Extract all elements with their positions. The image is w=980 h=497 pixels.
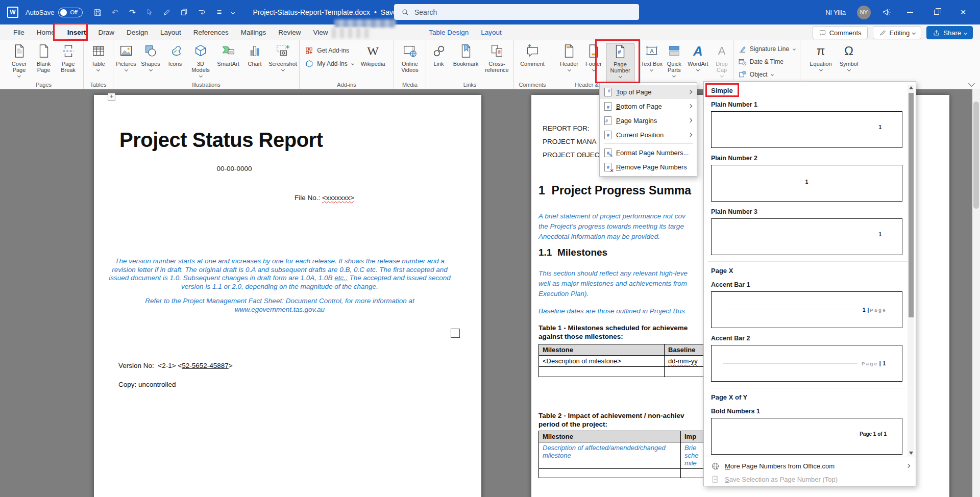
bookmark-button[interactable]: Bookmark xyxy=(451,43,481,67)
autosave-switch-icon: Off xyxy=(58,8,83,17)
share-button[interactable]: Share xyxy=(926,26,973,39)
bookmark-icon xyxy=(458,43,474,59)
object-button[interactable]: Object xyxy=(738,69,795,80)
blank-page-button[interactable]: Blank Page xyxy=(32,43,56,73)
get-add-ins-button[interactable]: Get Add-ins xyxy=(305,45,353,56)
autosave-toggle[interactable]: AutoSave Off xyxy=(26,8,83,17)
menu-item-page-margins[interactable]: # Page Margins xyxy=(600,113,697,128)
shapes-button[interactable]: Shapes xyxy=(138,43,163,71)
menu-item-format-page-numbers[interactable]: #✎ Format Page Numbers... xyxy=(600,145,697,160)
editing-mode-button[interactable]: Editing xyxy=(873,26,922,39)
tab-review[interactable]: Review xyxy=(272,24,307,40)
quick-parts-button[interactable]: Quick Parts xyxy=(663,43,685,77)
table-move-handle-icon[interactable]: + xyxy=(108,93,115,101)
menu-item-current-position[interactable]: # Current Position xyxy=(600,128,697,142)
gallery-scrollbar-thumb[interactable] xyxy=(909,93,914,317)
page-break-button[interactable]: Page Break xyxy=(56,43,81,73)
wikipedia-button[interactable]: WWikipedia xyxy=(358,43,388,67)
save-icon[interactable] xyxy=(93,8,102,17)
doc-checkbox[interactable] xyxy=(451,329,460,338)
autosave-label: AutoSave xyxy=(26,9,54,16)
comments-button[interactable]: Comments xyxy=(813,26,868,39)
search-input[interactable]: Search xyxy=(394,4,639,20)
save-selection-button[interactable]: Save Selection as Page Number (Top) xyxy=(711,473,902,486)
chart-button[interactable]: Chart xyxy=(242,43,267,67)
menu-item-remove-page-numbers[interactable]: #× Remove Page Numbers xyxy=(600,160,697,174)
word-app-icon[interactable]: W xyxy=(7,7,18,18)
page-break-icon xyxy=(60,43,77,59)
tab-mailings[interactable]: Mailings xyxy=(235,24,273,40)
wordart-button[interactable]: AWordArt xyxy=(685,43,710,71)
draw-pen-icon[interactable] xyxy=(162,8,172,17)
tab-draw[interactable]: Draw xyxy=(92,24,121,40)
gallery-scrollbar[interactable] xyxy=(908,85,914,456)
more-page-numbers-button[interactable]: More Page Numbers from Office.com xyxy=(711,459,902,473)
ribbon-group-header-footer: Header Footer Page Number Header & Foote… xyxy=(551,40,641,89)
drop-cap-button[interactable]: ADrop Cap xyxy=(710,43,733,77)
comment-button[interactable]: Comment xyxy=(517,43,548,67)
gallery-item-plain-number-3[interactable]: 1 xyxy=(711,218,902,255)
tab-insert[interactable]: Insert xyxy=(61,24,92,40)
tab-table-design[interactable]: Table Design xyxy=(423,24,475,40)
tab-table-layout[interactable]: Layout xyxy=(475,24,508,40)
collapse-ribbon-chevron-icon[interactable] xyxy=(968,80,975,87)
menu-item-bottom-of-page[interactable]: # Bottom of Page xyxy=(600,99,697,113)
icons-button[interactable]: Icons xyxy=(163,43,187,67)
gallery-item-accent-bar-1[interactable]: 1|Page xyxy=(711,291,902,328)
footer-button[interactable]: Footer xyxy=(581,43,606,71)
scrollbar-thumb[interactable] xyxy=(973,102,979,209)
document-page-1[interactable]: + Project Status Report 00-00-0000 File … xyxy=(94,95,481,497)
tab-file[interactable]: File xyxy=(7,24,31,40)
undo-icon[interactable]: ↶ xyxy=(110,8,119,17)
menu-lines-icon[interactable]: ≡ xyxy=(214,8,224,17)
equation-button[interactable]: πEquation xyxy=(806,43,836,71)
online-videos-button[interactable]: Online Videos xyxy=(396,43,424,73)
share-label: Share xyxy=(943,29,961,37)
document-scrollbar[interactable] xyxy=(972,89,980,497)
feedback-megaphone-icon[interactable] xyxy=(882,8,891,17)
tab-layout[interactable]: Layout xyxy=(154,24,187,40)
gallery-item-bold-numbers-1[interactable]: Page 1 of 1 xyxy=(711,418,902,455)
symbol-button[interactable]: ΩSymbol xyxy=(836,43,862,71)
scroll-down-arrow-icon[interactable] xyxy=(909,452,913,455)
link-button[interactable]: Link xyxy=(427,43,451,67)
screenshot-button[interactable]: Screenshot xyxy=(267,43,299,71)
gallery-item-accent-bar-2[interactable]: Page|1 xyxy=(711,345,902,382)
pointer-icon[interactable] xyxy=(145,8,154,17)
tab-home[interactable]: Home xyxy=(31,24,61,40)
text-box-button[interactable]: Text Box xyxy=(641,43,663,71)
wikipedia-icon: W xyxy=(365,43,381,59)
qat-chevron-down-icon[interactable] xyxy=(231,10,235,14)
cross-reference-button[interactable]: Cross-reference xyxy=(481,43,513,73)
gallery-item-plain-number-2[interactable]: 1 xyxy=(711,165,902,202)
doc-table1-caption: Table 1 - Milestones scheduled for achie… xyxy=(538,324,688,341)
minimize-button[interactable] xyxy=(902,5,918,20)
restore-button[interactable] xyxy=(929,5,944,20)
redacted-blur xyxy=(332,28,371,38)
gallery-item-plain-number-1[interactable]: 1 xyxy=(711,111,902,148)
3d-models-button[interactable]: 3D Models xyxy=(187,43,214,77)
header-button[interactable]: Header xyxy=(557,43,581,71)
tab-references[interactable]: References xyxy=(187,24,235,40)
text-wrap-icon[interactable] xyxy=(197,8,206,17)
user-name[interactable]: Ni Yilia xyxy=(825,9,846,16)
table-button[interactable]: Table xyxy=(86,43,111,71)
close-button[interactable]: × xyxy=(955,5,971,20)
smartart-button[interactable]: SmartArt xyxy=(214,43,242,67)
preview-page-number: Page 1 of 1 xyxy=(860,431,887,437)
tab-design[interactable]: Design xyxy=(120,24,154,40)
cover-page-button[interactable]: Cover Page xyxy=(7,43,32,77)
pictures-button[interactable]: Pictures xyxy=(114,43,138,71)
pictures-icon xyxy=(118,43,134,59)
signature-line-button[interactable]: Signature Line xyxy=(738,43,795,55)
copy-icon[interactable] xyxy=(180,8,189,17)
redo-icon[interactable]: ↷ xyxy=(128,8,137,17)
my-add-ins-button[interactable]: My Add-ins xyxy=(305,58,353,69)
menu-item-top-of-page[interactable]: # Top of Page xyxy=(600,85,697,99)
gallery-divider xyxy=(708,261,910,262)
tab-view[interactable]: View xyxy=(307,24,334,40)
date-time-button[interactable]: Date & Time xyxy=(738,56,795,67)
avatar[interactable]: NY xyxy=(857,6,871,19)
scroll-up-arrow-icon[interactable] xyxy=(909,86,913,89)
page-number-button[interactable]: Page Number xyxy=(606,43,634,85)
